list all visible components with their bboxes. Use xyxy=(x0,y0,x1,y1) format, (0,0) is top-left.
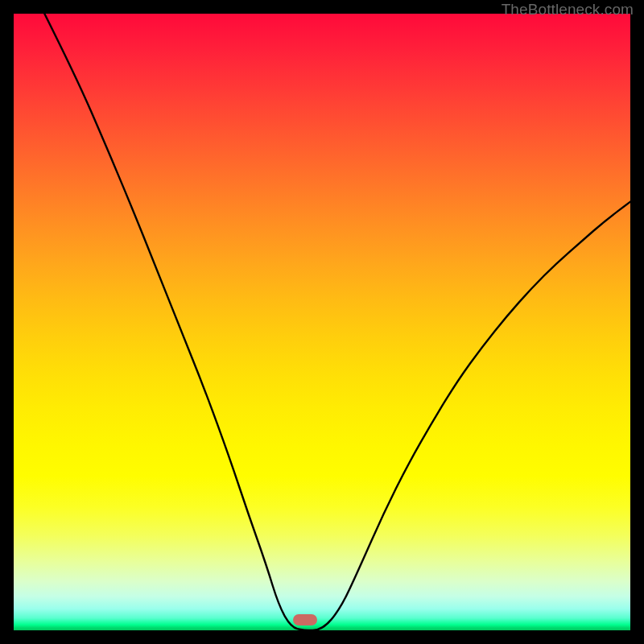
bottleneck-curve xyxy=(14,14,630,630)
plot-area xyxy=(14,14,630,630)
chart-frame: TheBottleneck.com xyxy=(0,0,644,644)
optimal-marker xyxy=(293,614,317,625)
watermark-text: TheBottleneck.com xyxy=(502,1,634,19)
